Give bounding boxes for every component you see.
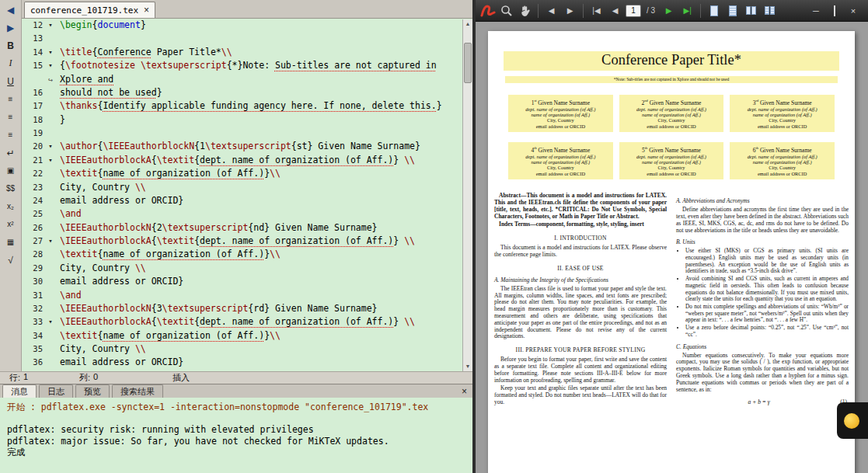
code-text[interactable]: City, Country \\ (56, 343, 146, 356)
enumerate-list-icon[interactable]: ≡ (2, 109, 19, 125)
subsection-heading-abbreviations: A. Abbreviations and Acronyms (676, 197, 849, 204)
unit-bullet-item: Use either SI (MKS) or CGS as primary un… (685, 248, 849, 274)
code-text[interactable] (56, 127, 60, 140)
code-text[interactable]: \and (56, 289, 82, 302)
book-view-icon[interactable] (762, 2, 778, 19)
code-text[interactable]: City, Country \\ (56, 262, 146, 275)
fold-marker-icon[interactable]: ▾ (45, 59, 56, 72)
code-text[interactable]: should not be used} (56, 86, 162, 99)
console-tab[interactable]: 消息 (2, 384, 37, 398)
code-text[interactable]: email address or ORCID} (56, 194, 183, 207)
code-text[interactable]: \thanks{Identify applicable funding agen… (56, 99, 442, 113)
code-text[interactable]: \textit{name of organization (of Aff.)}\… (56, 248, 281, 261)
subscript-icon[interactable]: x₂ (2, 198, 19, 214)
restore-icon[interactable] (830, 6, 839, 16)
code-text[interactable]: \begin{document} (56, 19, 146, 32)
pdf-viewport[interactable]: Conference Paper Title* *Note: Sub-title… (476, 22, 868, 473)
sqrt-icon[interactable]: √ (2, 252, 19, 268)
code-text[interactable]: \IEEEauthorblockA{\textit{dept. name of … (56, 154, 415, 167)
nav-forward-icon[interactable]: ▶ (562, 2, 578, 19)
code-editor[interactable]: 12▾\begin{document}1314▾\title{Conferenc… (22, 19, 472, 371)
italic-icon[interactable]: I (2, 55, 19, 71)
fold-marker-icon[interactable]: ▾ (45, 315, 56, 329)
authors-grid: 1st Given Name Surnamedept. name of orga… (508, 95, 835, 179)
author-name: 2nd Given Name Surname (621, 97, 723, 106)
gutter-spacer (45, 343, 56, 356)
code-line: 17\thanks{Identify applicable funding ag… (22, 99, 472, 113)
gutter-spacer (45, 127, 56, 140)
matrix-icon[interactable]: ▦ (2, 234, 19, 250)
author-detail-line: dept. name of organization (of Aff.) (510, 154, 612, 159)
code-text[interactable]: \author{\IEEEauthorblockN{1\textsuperscr… (56, 140, 420, 153)
code-text[interactable]: email address or ORCID} (56, 356, 183, 369)
gutter-spacer (45, 86, 56, 99)
wrap-marker-icon: ↪ (45, 73, 56, 86)
fold-marker-icon[interactable]: ▾ (45, 235, 56, 248)
scroll-down-icon[interactable]: ▼ (463, 362, 472, 371)
next-page-icon[interactable]: ▶ (661, 2, 677, 19)
newline-icon[interactable]: ↵ (2, 144, 19, 161)
console-line: pdflatex: major issue: So far, you have … (7, 436, 465, 447)
single-page-view-icon[interactable] (706, 2, 722, 19)
prev-page-icon[interactable]: ◀ (607, 2, 623, 19)
author-detail-line: email address or ORCID (731, 171, 833, 176)
code-text[interactable]: \IEEEauthorblockA{\textit{dept. name of … (56, 315, 415, 329)
facing-pages-view-icon[interactable] (743, 2, 759, 19)
code-text[interactable]: \IEEEauthorblockA{\textit{dept. name of … (56, 235, 415, 248)
fold-marker-icon[interactable]: ▾ (45, 46, 56, 59)
underline-icon[interactable]: U (2, 73, 19, 89)
code-text[interactable]: \and (56, 207, 82, 221)
search-icon[interactable] (498, 2, 514, 19)
minimize-icon[interactable]: ─ (811, 6, 821, 16)
subsection-heading-integrity: A. Maintaining the Integrity of the Spec… (494, 276, 667, 283)
tabular-icon[interactable]: ▣ (2, 162, 19, 179)
code-text[interactable]: Xplore and (56, 73, 113, 86)
close-icon[interactable]: × (849, 6, 858, 16)
first-page-icon[interactable]: |◀ (588, 2, 605, 19)
nav-back-icon[interactable]: ◀ (543, 2, 559, 19)
last-page-icon[interactable]: ▶| (679, 2, 695, 19)
structure-back-icon[interactable]: ◀ (2, 2, 19, 18)
fold-marker-icon[interactable]: ▾ (45, 19, 56, 32)
console-close-icon[interactable]: × (462, 386, 467, 397)
gutter-spacer (45, 329, 56, 343)
author-detail-line: name of organization (of Aff.) (731, 159, 833, 165)
itemize-list-icon[interactable]: ≡ (2, 91, 19, 107)
structure-forward-icon[interactable]: ▶ (2, 19, 19, 36)
editor-vertical-scrollbar[interactable]: ▲ ▼ (462, 19, 472, 371)
superscript-icon[interactable]: x² (2, 216, 19, 232)
code-text[interactable]: \textit{name of organization (of Aff.)}\… (56, 167, 281, 180)
code-text[interactable] (56, 32, 60, 45)
console-tab[interactable]: 日志 (39, 384, 73, 398)
fold-marker-icon[interactable]: ▾ (45, 140, 56, 153)
code-text[interactable]: email address or ORCID} (56, 275, 183, 288)
code-text[interactable]: \title{Conference Paper Title*\\ (56, 46, 232, 59)
gutter-spacer (45, 113, 56, 127)
page-number-input[interactable]: 1 (626, 5, 641, 17)
console-tab[interactable]: 搜索结果 (112, 384, 163, 398)
line-number: 30 (22, 275, 45, 288)
fold-marker-icon[interactable]: ▾ (45, 154, 56, 167)
console-tab-bar: 消息日志预览搜索结果× (0, 384, 472, 398)
document-tab[interactable]: conference_101719.tex × (24, 2, 155, 18)
hand-tool-icon[interactable] (517, 2, 533, 19)
code-text[interactable]: {\footnotesize \textsuperscript{*}Note: … (56, 59, 437, 72)
code-text[interactable]: \textit{name of organization (of Aff.)}\… (56, 329, 281, 343)
console-tab[interactable]: 预览 (75, 384, 110, 398)
code-text[interactable]: City, Country \\ (56, 181, 146, 194)
code-line: 12▾\begin{document} (22, 19, 472, 32)
continuous-view-icon[interactable] (724, 2, 741, 19)
code-text[interactable]: \IEEEauthorblockN{2\textsuperscript{nd} … (56, 221, 378, 235)
tab-close-icon[interactable]: × (144, 5, 149, 15)
line-number: 24 (22, 194, 45, 207)
inline-math-icon[interactable]: $$ (2, 180, 19, 197)
scrollbar-thumb[interactable] (464, 43, 472, 83)
code-line: 15▾{\footnotesize \textsuperscript{*}Not… (22, 59, 472, 72)
scroll-up-icon[interactable]: ▲ (463, 19, 472, 29)
code-text[interactable]: } (56, 113, 65, 127)
code-line: 34\textit{name of organization (of Aff.)… (22, 329, 472, 343)
bold-icon[interactable]: B (2, 37, 19, 54)
author-name: 3rd Given Name Surname (731, 97, 833, 106)
description-list-icon[interactable]: ≡ (2, 127, 19, 143)
code-text[interactable]: \IEEEauthorblockN{3\textsuperscript{rd} … (56, 302, 378, 315)
